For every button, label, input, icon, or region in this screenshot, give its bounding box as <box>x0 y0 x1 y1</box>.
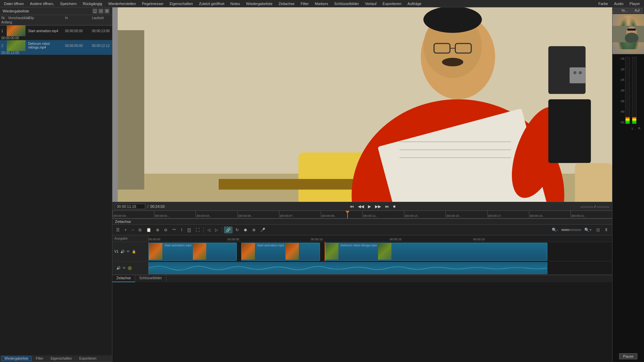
v1-speaker-icon[interactable]: 🔊 <box>120 250 124 253</box>
menu-wiederherstellen[interactable]: Wiederherstellen <box>106 1 139 6</box>
vu-label--20: -20 <box>620 68 624 71</box>
playlist-header-controls: _ □ ✕ <box>93 9 109 13</box>
pl-tab-filter[interactable]: Filter <box>33 356 46 361</box>
pl-tab-eigenschaften[interactable]: Eigenschaften <box>48 356 75 361</box>
menu-player[interactable]: Player <box>627 1 643 6</box>
clip-segment-3[interactable]: Deforum robot vikinga.mp4 <box>325 243 547 261</box>
bottom-tab-zeitachse[interactable]: Zeitachse <box>112 275 135 282</box>
tl-fit-button[interactable]: ⊡ <box>595 227 601 233</box>
tl-remove-button[interactable]: − <box>130 227 136 233</box>
current-time-input[interactable] <box>115 204 145 209</box>
menu-schlusselbilder[interactable]: Schlüsselbilder <box>331 1 362 6</box>
clip-thumb-2b <box>285 243 299 260</box>
bottom-tab-schlusselbilder[interactable]: Schlüsselbilder <box>135 275 166 282</box>
vu-lr-labels: L R <box>615 127 642 130</box>
menu-eigenschaften[interactable]: Eigenschaften <box>167 1 196 6</box>
playlist-close-button[interactable]: ✕ <box>105 9 109 13</box>
v1-eye-icon[interactable]: 👁 <box>126 250 130 253</box>
tl-separator-2 <box>222 227 222 233</box>
tick-20: 00:00:20 <box>473 238 485 241</box>
player-controls: / 00:24:03 ⏮ ◀◀ ▶ ▶▶ ⏭ ■ --:--:--:-- / -… <box>112 202 612 210</box>
col-start: Anfang <box>0 20 7 24</box>
tl-lift-button[interactable]: ⛶ <box>194 227 201 233</box>
tl-scrub-button[interactable]: ⊕ <box>251 227 257 233</box>
svg-rect-27 <box>575 163 612 202</box>
a1-timeline[interactable] <box>149 261 612 275</box>
row-num-2: 2 <box>0 44 7 48</box>
tl-cut-button[interactable]: [|] <box>186 227 193 233</box>
menu-markers[interactable]: Markers <box>312 1 331 6</box>
vu-r-label: R <box>637 127 642 130</box>
tl-snap-button[interactable]: 🔗 <box>224 227 232 233</box>
transport-back[interactable]: ◀◀ <box>357 204 365 209</box>
v1-timeline[interactable]: Start animation.mp4 Start animation.mp4 <box>149 242 612 261</box>
tl-back-button[interactable]: ◁ <box>206 227 212 233</box>
mode-auf-button[interactable]: Auf <box>632 8 643 13</box>
a1-lock-icon[interactable] <box>128 266 132 270</box>
menu-zeitachse[interactable]: Zeitachse <box>276 1 297 6</box>
a1-speaker-icon[interactable]: 🔊 <box>116 266 120 270</box>
tl-add-button[interactable]: + <box>123 227 128 233</box>
tl-loop-button[interactable]: ↻ <box>234 227 240 233</box>
tl-mark-button[interactable]: ⏺ <box>242 227 249 233</box>
zoom-in-button[interactable]: 🔍+ <box>583 227 593 233</box>
transport-play[interactable]: ▶ <box>367 204 372 209</box>
clip-info-3: Deforum robot vikinga.mp4 <box>339 243 378 260</box>
menu-ruckgangig[interactable]: Rückgängig <box>80 1 105 6</box>
tl-mic-button[interactable]: 🎤 <box>259 227 267 233</box>
tl-record-button[interactable]: 🎙 <box>603 227 610 233</box>
transport-rewind[interactable]: ⏮ <box>349 204 355 209</box>
menu-exportieren[interactable]: Exportieren <box>380 1 404 6</box>
tl-copy-button[interactable]: ⧉ <box>137 227 143 233</box>
playlist-row[interactable]: 1 Start animation.mp4 00:00:00:00 00:00:… <box>0 25 112 40</box>
playlist-row[interactable]: 2 Deforum robot vikinga.mp4 00:00:00:00 … <box>0 40 112 55</box>
menu-filter[interactable]: Filter <box>298 1 311 6</box>
vu-label--40: -40 <box>620 110 624 113</box>
menu-andere-offnen[interactable]: Andere öffnen, <box>27 1 57 6</box>
menu-wiedergabeliste[interactable]: Wiedergabeliste <box>244 1 275 6</box>
ruler-marks: |00:00:00 , |00:00:01 , |00:00:03 , |00:… <box>112 211 612 218</box>
clip-segment-2[interactable]: Start animation.mp4 <box>241 243 320 261</box>
row-thumb-2 <box>7 40 25 51</box>
zoom-out-button[interactable]: 🔍- <box>550 227 560 233</box>
a1-eye-icon[interactable]: 👁 <box>122 266 126 270</box>
clip-inner-3: Deforum robot vikinga.mp4 <box>325 243 547 260</box>
transport-stop[interactable]: ■ <box>392 204 396 209</box>
clip-segment-1[interactable]: Start animation.mp4 <box>149 243 237 261</box>
playlist-maximize-button[interactable]: □ <box>99 9 103 13</box>
playhead-triangle <box>345 211 350 214</box>
menu-datei-offnen[interactable]: Datei öffnen <box>1 1 26 6</box>
tl-menu-button[interactable]: ☰ <box>114 227 121 233</box>
pl-tab-wiedergabeliste[interactable]: Wiedergabeliste <box>1 356 32 361</box>
mark-11: |00:00:11 , <box>362 211 404 218</box>
scrubber[interactable]: |00:00:00 , |00:00:01 , |00:00:03 , |00:… <box>112 210 612 219</box>
timecode-display: --:--:--:-- / --:--:--:-- <box>581 204 609 208</box>
mode-ve-button[interactable]: Ve... <box>618 8 631 13</box>
transport-forward[interactable]: ▶▶ <box>374 204 382 209</box>
menu-audio[interactable]: Audio <box>611 1 626 6</box>
output-label: Ausgabe <box>112 235 149 242</box>
tl-minus-button[interactable]: ⊖ <box>162 227 169 233</box>
menu-auftrage[interactable]: Aufträge <box>405 1 424 6</box>
pl-tab-exportieren[interactable]: Exportieren <box>76 356 99 361</box>
tl-add2-button[interactable]: ⊕ <box>154 227 161 233</box>
menu-farbe[interactable]: Farbe <box>596 1 611 6</box>
menu-verlauf[interactable]: Verlauf <box>362 1 379 6</box>
menu-pegelmesser[interactable]: Pegelmesser <box>139 1 166 6</box>
row-start-1: 00:00:00:00 <box>0 36 7 40</box>
zoom-bar[interactable] <box>561 229 581 231</box>
v1-lock-icon[interactable]: 🔒 <box>132 250 136 253</box>
pause-button[interactable]: Pause <box>619 353 637 359</box>
tl-wave-button[interactable]: 〜 <box>170 226 178 234</box>
playlist-minimize-button[interactable]: _ <box>93 9 97 13</box>
transport-end[interactable]: ⏭ <box>384 204 390 209</box>
tl-wave2-button[interactable]: ⌇ <box>179 227 184 233</box>
playhead[interactable] <box>347 211 348 218</box>
tl-fwd-button[interactable]: ▷ <box>213 227 220 233</box>
menu-notes[interactable]: Notes <box>228 1 243 6</box>
tl-paste-button[interactable]: 📋 <box>145 227 153 233</box>
mark-17: |00:00:17 , <box>487 211 529 218</box>
clip-thumb-2 <box>241 243 255 260</box>
menu-speichern[interactable]: Speichern <box>57 1 79 6</box>
menu-zuletzt[interactable]: Zuletzt geöffnet <box>196 1 227 6</box>
